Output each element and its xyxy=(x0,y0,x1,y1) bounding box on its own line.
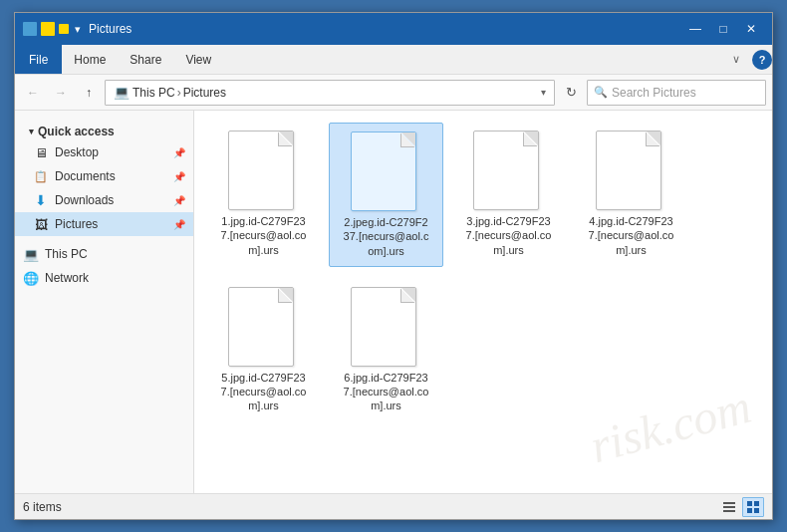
thispc-icon: 💻 xyxy=(23,246,39,262)
file-name-1: 1.jpg.id-C279F237.[necurs@aol.com].urs xyxy=(221,214,307,257)
svg-rect-0 xyxy=(723,502,735,504)
quickaccess-label: Quick access xyxy=(38,125,115,138)
grid-view-button[interactable] xyxy=(742,497,764,517)
file-name-4: 4.jpg.id-C279F237.[necurs@aol.com].urs xyxy=(589,214,674,257)
explorer-window: ▾ Pictures — □ ✕ File Home Share View ∨ … xyxy=(14,12,773,520)
main-content: ▾ Quick access 🖥 Desktop 📌 📋 Documents 📌… xyxy=(15,111,772,493)
file-page-4 xyxy=(596,131,661,210)
file-icon-5 xyxy=(228,287,300,367)
help-button[interactable]: ? xyxy=(752,50,772,70)
network-label: Network xyxy=(45,271,89,285)
sidebar-item-downloads[interactable]: ⬇ Downloads 📌 xyxy=(15,188,193,212)
file-icon-2 xyxy=(351,132,422,211)
refresh-button[interactable]: ↻ xyxy=(559,80,583,106)
desktop-label: Desktop xyxy=(55,145,99,159)
title-icon-yellow xyxy=(41,22,55,36)
downloads-icon: ⬇ xyxy=(33,192,49,208)
svg-rect-5 xyxy=(747,508,752,513)
desktop-pin: 📌 xyxy=(173,147,185,158)
file-page-5 xyxy=(228,287,294,367)
quickaccess-chevron: ▾ xyxy=(29,127,34,136)
documents-pin: 📌 xyxy=(173,171,185,182)
svg-rect-6 xyxy=(754,508,759,513)
file-page-2 xyxy=(351,132,416,211)
sidebar-item-desktop[interactable]: 🖥 Desktop 📌 xyxy=(15,140,193,164)
close-button[interactable]: ✕ xyxy=(738,19,764,39)
title-bar-icons: ▾ xyxy=(23,22,81,36)
sidebar-item-documents[interactable]: 📋 Documents 📌 xyxy=(15,164,193,188)
network-icon: 🌐 xyxy=(23,270,39,286)
title-bar: ▾ Pictures — □ ✕ xyxy=(15,13,772,45)
menu-view[interactable]: View xyxy=(173,45,223,74)
back-button[interactable]: ← xyxy=(21,81,45,105)
file-item-3[interactable]: 3.jpg.id-C279F237.[necurs@aol.com].urs xyxy=(451,123,566,267)
sidebar-item-network[interactable]: 🌐 Network xyxy=(15,266,193,290)
file-name-5: 5.jpg.id-C279F237.[necurs@aol.com].urs xyxy=(221,371,307,413)
menu-home[interactable]: Home xyxy=(62,45,118,74)
file-page-3 xyxy=(473,131,539,210)
file-icon-3 xyxy=(473,131,545,210)
search-placeholder: Search Pictures xyxy=(612,86,696,100)
path-dropdown[interactable]: ▾ xyxy=(541,87,546,98)
svg-rect-3 xyxy=(747,501,752,506)
file-icon-1 xyxy=(228,131,300,210)
file-item-1[interactable]: 1.jpg.id-C279F237.[necurs@aol.com].urs xyxy=(206,123,321,267)
file-icon-4 xyxy=(596,131,667,210)
path-pictures: Pictures xyxy=(183,86,226,100)
svg-rect-1 xyxy=(723,506,735,508)
file-icon-6 xyxy=(351,287,422,367)
pictures-pin: 📌 xyxy=(173,219,185,230)
sidebar-item-thispc[interactable]: 💻 This PC xyxy=(15,242,193,266)
file-item-4[interactable]: 4.jpg.id-C279F237.[necurs@aol.com].urs xyxy=(574,123,688,267)
forward-button[interactable]: → xyxy=(49,81,73,105)
maximize-button[interactable]: □ xyxy=(710,19,736,39)
title-icon-blue xyxy=(23,22,37,36)
svg-rect-2 xyxy=(723,510,735,512)
menu-file[interactable]: File xyxy=(15,45,62,74)
sidebar-item-pictures[interactable]: 🖼 Pictures 📌 xyxy=(15,212,193,236)
sidebar-quickaccess-header[interactable]: ▾ Quick access xyxy=(15,119,193,140)
downloads-pin: 📌 xyxy=(173,195,185,206)
minimize-button[interactable]: — xyxy=(682,19,708,39)
svg-rect-4 xyxy=(754,501,759,506)
thispc-label: This PC xyxy=(45,247,88,261)
menu-share[interactable]: Share xyxy=(118,45,173,74)
status-bar: 6 items xyxy=(15,493,772,519)
documents-icon: 📋 xyxy=(33,168,49,184)
title-arrow: ▾ xyxy=(75,23,81,36)
up-button[interactable]: ↑ xyxy=(77,81,101,105)
documents-label: Documents xyxy=(55,169,116,183)
file-item-2[interactable]: 2.jpeg.id-C279F237.[necurs@aol.com].urs xyxy=(329,123,443,267)
watermark: risk.com xyxy=(585,379,757,474)
address-bar: ← → ↑ 💻 This PC › Pictures ▾ ↻ 🔍 Search … xyxy=(15,75,772,111)
downloads-label: Downloads xyxy=(55,193,114,207)
file-area: risk.com 1.jpg.id-C279F237.[necurs@aol.c… xyxy=(194,111,772,493)
desktop-icon: 🖥 xyxy=(33,144,49,160)
menu-bar: File Home Share View ∨ ? xyxy=(15,45,772,75)
path-sep1: › xyxy=(177,86,181,100)
pictures-label: Pictures xyxy=(55,217,98,231)
sidebar: ▾ Quick access 🖥 Desktop 📌 📋 Documents 📌… xyxy=(15,111,194,493)
view-icons xyxy=(718,497,764,517)
address-path[interactable]: 💻 This PC › Pictures ▾ xyxy=(105,80,555,106)
window-title: Pictures xyxy=(89,22,682,36)
path-thispc: 💻 This PC xyxy=(114,85,175,100)
file-name-3: 3.jpg.id-C279F237.[necurs@aol.com].urs xyxy=(466,214,552,257)
menu-chevron: ∨ xyxy=(732,53,740,66)
file-name-6: 6.jpg.id-C279F237.[necurs@aol.com].urs xyxy=(344,371,429,413)
title-icon-small xyxy=(59,24,69,34)
list-view-button[interactable] xyxy=(718,497,740,517)
file-item-5[interactable]: 5.jpg.id-C279F237.[necurs@aol.com].urs xyxy=(206,279,321,421)
title-controls: — □ ✕ xyxy=(682,19,764,39)
status-count: 6 items xyxy=(23,500,718,514)
file-name-2: 2.jpeg.id-C279F237.[necurs@aol.com].urs xyxy=(344,215,429,258)
search-box[interactable]: 🔍 Search Pictures xyxy=(587,80,766,106)
computer-icon: 💻 xyxy=(114,85,130,100)
file-item-6[interactable]: 6.jpg.id-C279F237.[necurs@aol.com].urs xyxy=(329,279,443,421)
file-page-1 xyxy=(228,131,294,210)
pictures-icon: 🖼 xyxy=(33,216,49,232)
search-icon: 🔍 xyxy=(594,86,608,99)
file-page-6 xyxy=(351,287,416,367)
